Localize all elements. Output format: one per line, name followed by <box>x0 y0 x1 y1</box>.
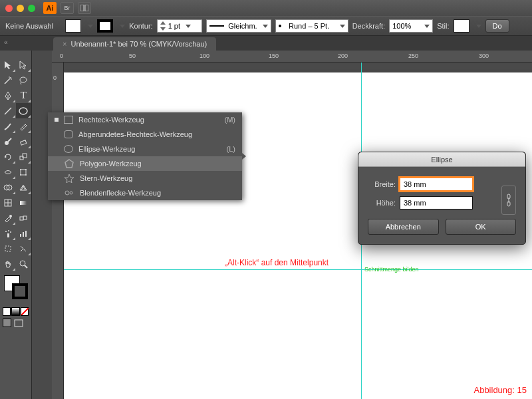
svg-point-23 <box>25 174 27 176</box>
screen-mode-switch[interactable] <box>12 319 25 328</box>
chevron-down-icon[interactable] <box>120 25 125 28</box>
shape-builder-tool[interactable] <box>0 180 16 195</box>
flyout-item-ellipse[interactable]: Ellipse-Werkzeug(L) <box>48 142 242 156</box>
scale-tool[interactable] <box>16 149 32 164</box>
stroke-weight-field[interactable]: 1 pt <box>157 19 202 33</box>
shape-tool-flyout: Rechteck-Werkzeug(M) Abgerundetes-Rechte… <box>48 112 242 200</box>
magic-wand-tool[interactable] <box>0 72 16 88</box>
stroke-label: Kontur: <box>129 22 152 30</box>
annotation-alt-click: „Alt-Klick“ auf den Mittelpunkt <box>225 258 329 267</box>
paintbrush-tool[interactable] <box>0 118 16 134</box>
link-dimensions-icon[interactable] <box>501 186 516 215</box>
ruler-tick: 300 <box>479 53 489 59</box>
document-tab[interactable]: × Unbenannt-1* bei 70 % (CMYK/Vorschau) <box>53 37 216 51</box>
direct-selection-tool[interactable] <box>16 57 32 72</box>
ruler-horizontal[interactable]: 0 50 100 150 200 250 300 <box>52 51 532 63</box>
lasso-tool[interactable] <box>16 72 32 88</box>
eraser-tool[interactable] <box>16 134 32 149</box>
opacity-field[interactable]: 100% <box>389 19 433 33</box>
ruler-tick: 250 <box>408 53 418 59</box>
blob-brush-tool[interactable] <box>0 134 16 149</box>
cancel-button[interactable]: Abbrechen <box>368 219 439 235</box>
slice-tool[interactable] <box>16 241 32 256</box>
svg-point-47 <box>65 191 69 195</box>
zoom-tool[interactable] <box>16 256 32 271</box>
height-input[interactable] <box>400 196 473 209</box>
graph-tool[interactable] <box>16 225 32 241</box>
color-mode-none[interactable] <box>21 307 29 316</box>
chevron-down-icon[interactable] <box>88 25 93 28</box>
svg-point-48 <box>70 192 72 194</box>
flyout-item-polygon[interactable]: Polygon-Werkzeug <box>48 156 242 171</box>
line-tool[interactable] <box>0 103 16 118</box>
guide-horizontal[interactable] <box>64 269 532 270</box>
stroke-color[interactable] <box>12 283 28 299</box>
stepper-icon[interactable] <box>160 21 166 31</box>
blend-tool[interactable] <box>16 210 32 225</box>
screen-mode[interactable] <box>3 319 11 327</box>
svg-line-6 <box>5 78 10 84</box>
perspective-tool[interactable] <box>16 180 32 195</box>
free-transform-tool[interactable] <box>16 164 32 180</box>
flyout-item-rectangle[interactable]: Rechteck-Werkzeug(M) <box>48 112 242 127</box>
svg-rect-39 <box>25 231 27 237</box>
opacity-label: Deckkraft: <box>352 22 386 30</box>
ruler-tick: 200 <box>338 53 348 59</box>
screen-mode-row <box>0 317 31 329</box>
zoom-traffic-light[interactable] <box>28 5 35 12</box>
shape-tool[interactable] <box>16 103 32 118</box>
svg-point-36 <box>10 231 11 233</box>
document-setup-button[interactable]: Do <box>485 19 509 33</box>
ok-button[interactable]: OK <box>446 219 517 235</box>
color-mode-solid[interactable] <box>3 307 11 316</box>
flyout-shortcut: (L) <box>227 145 235 153</box>
artboard-tool[interactable] <box>0 241 16 256</box>
app-badge: Ai <box>43 2 57 14</box>
flyout-item-star[interactable]: Stern-Werkzeug <box>48 171 242 186</box>
svg-rect-15 <box>21 140 27 144</box>
stroke-style-value: Gleichm. <box>228 22 257 30</box>
flyout-item-flare[interactable]: Blendenflecke-Werkzeug <box>48 186 242 200</box>
brush-field[interactable]: Rund – 5 Pt. <box>275 19 348 33</box>
flyout-submenu-arrow <box>242 153 246 160</box>
graphic-style-swatch[interactable] <box>454 19 469 33</box>
pencil-tool[interactable] <box>16 118 32 134</box>
fill-swatch[interactable] <box>65 19 81 33</box>
svg-marker-45 <box>65 160 73 168</box>
rotate-tool[interactable] <box>0 149 16 164</box>
pen-tool[interactable] <box>0 88 16 103</box>
bridge-icon[interactable]: Br <box>61 2 74 14</box>
minimize-traffic-light[interactable] <box>17 5 24 12</box>
svg-line-12 <box>5 108 11 114</box>
width-input[interactable] <box>400 178 473 191</box>
chevron-down-icon[interactable] <box>476 25 481 28</box>
svg-point-34 <box>5 231 7 232</box>
color-mode-gradient[interactable] <box>11 307 19 316</box>
close-traffic-light[interactable] <box>5 5 13 12</box>
eyedropper-tool[interactable] <box>0 210 16 225</box>
ruler-tick: 50 <box>129 53 136 59</box>
close-tab-icon[interactable]: × <box>63 40 66 48</box>
control-bar: Keine Auswahl Kontur: 1 pt Gleichm. Rund… <box>0 16 532 36</box>
collapse-panels-icon[interactable]: « <box>4 39 8 46</box>
width-tool[interactable] <box>0 164 16 180</box>
symbol-sprayer-tool[interactable] <box>0 225 16 241</box>
tools-panel: T <box>0 51 32 399</box>
svg-rect-40 <box>5 246 11 251</box>
selection-tool[interactable] <box>0 57 16 72</box>
svg-marker-5 <box>20 61 26 69</box>
fill-stroke-indicator[interactable] <box>3 275 29 302</box>
svg-point-30 <box>9 215 12 217</box>
flyout-item-rounded-rectangle[interactable]: Abgerundetes-Rechteck-Werkzeug <box>48 127 242 142</box>
mesh-tool[interactable] <box>0 195 16 210</box>
arrange-docs-icon[interactable] <box>78 2 91 14</box>
type-tool[interactable]: T <box>16 88 32 103</box>
gradient-tool[interactable] <box>16 195 32 210</box>
stroke-swatch[interactable] <box>97 19 113 33</box>
selection-status: Keine Auswahl <box>5 22 53 30</box>
hand-tool[interactable] <box>0 256 16 271</box>
stroke-profile-field[interactable]: Gleichm. <box>206 19 271 33</box>
svg-point-13 <box>19 108 27 114</box>
svg-line-43 <box>21 308 29 315</box>
svg-line-42 <box>25 265 27 268</box>
